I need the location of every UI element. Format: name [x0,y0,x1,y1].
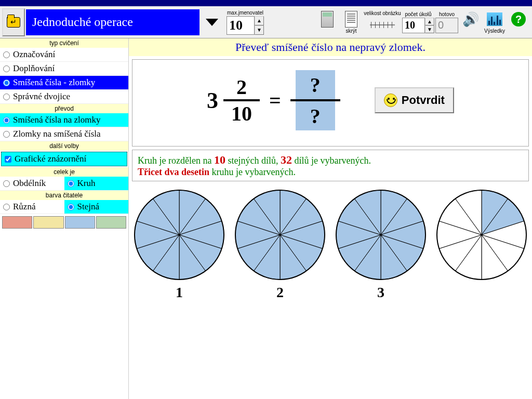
opt-color-diff[interactable]: Různá [0,200,64,214]
chevron-down-icon [206,19,218,26]
answer-numerator-input[interactable]: ? [296,70,335,99]
toolbar: ↵ Jednoduché operace max.jmenovatel ▲ ▼ … [0,6,532,38]
chart-icon [487,12,502,26]
max-denominator-label: max.jmenovatel [227,10,263,16]
opt-whole-circle[interactable]: Kruh [64,177,129,191]
circle-label-2: 2 [276,284,284,301]
opt-mixed-fractions[interactable]: Smíšená čísla - zlomky [0,76,128,90]
opt-marking[interactable]: Označování [0,48,128,62]
task-title: Převeď smíšené číslo na nepravý zlomek. [129,38,532,56]
task-count-input[interactable] [402,18,425,33]
sound-button[interactable]: 🔊 [459,10,482,34]
sidebar: typ cvičení Označování Doplňování Smíšen… [0,38,129,399]
speaker-icon: 🔊 [462,10,479,28]
answer-fraction: ? ? [290,70,340,130]
max-denominator-input[interactable] [227,16,255,35]
results-button[interactable]: Výsledky [483,10,506,34]
help-button[interactable]: ? [507,10,530,34]
task-count-up[interactable]: ▲ [425,18,434,25]
swatch-4[interactable] [96,216,126,229]
whole-is-title: celek je [0,167,128,177]
max-denominator-up[interactable]: ▲ [255,16,264,25]
circle-1: 1 [134,190,224,301]
mixed-number: 3 2 10 [207,75,260,126]
equals-sign: = [269,88,281,113]
document-icon [345,11,357,28]
numerator: 2 [236,75,247,99]
done-label: hotovo [439,11,455,17]
opt-fill[interactable]: Doplňování [0,62,128,76]
swatch-2[interactable] [33,216,63,229]
opt-fraction-to-mixed[interactable]: Zlomky na smíšená čísla [0,127,128,141]
task-count-down[interactable]: ▼ [425,25,434,33]
conversion-title: převod [0,104,128,113]
opt-graphic[interactable]: Grafické znázornění [1,152,127,166]
color-swatches [0,214,128,231]
mode-dropdown-button[interactable] [201,9,223,35]
hide-button[interactable]: skrýt [340,10,363,34]
more-options-title: další volby [0,141,128,151]
image-size-slider[interactable] [370,20,395,30]
calculator-button[interactable] [316,10,339,34]
opt-pairs[interactable]: Správné dvojice [0,90,128,104]
calculator-icon [321,11,334,28]
mode-title: Jednoduché operace [32,15,133,29]
task-count-label: počet úkolů [405,11,431,17]
opt-mixed-to-fraction[interactable]: Smíšená čísla na zlomky [0,113,128,127]
circles-row: 123 [129,181,532,309]
opt-color-same[interactable]: Stejná [64,200,129,214]
circle-label-1: 1 [176,284,183,301]
help-icon: ? [511,12,526,26]
swatch-3[interactable] [65,216,95,229]
max-denominator-down[interactable]: ▼ [255,25,264,35]
answer-denominator-input[interactable]: ? [296,101,335,130]
image-size-label: velikost obrázku [364,10,401,16]
swatch-1[interactable] [2,216,32,229]
explanation: Kruh je rozdělen na 10 stejných dílů, 32… [132,150,529,181]
circle-4 [436,190,527,280]
window-titlebar [0,0,532,6]
equation-area: 3 2 10 = ? ? Potvrdit [132,59,529,147]
smiley-icon [384,94,397,107]
content: Převeď smíšené číslo na nepravý zlomek. … [129,38,532,399]
done-value [435,18,458,33]
mode-selector[interactable]: Jednoduché operace [26,9,200,35]
circle-2: 2 [235,190,325,301]
denominator: 10 [231,101,252,126]
exercise-type-title: typ cvičení [0,38,128,48]
opt-whole-rect[interactable]: Obdélník [0,177,64,191]
folder-up-icon: ↵ [7,17,20,28]
numerator-color-title: barva čitatele [0,191,128,200]
open-folder-button[interactable]: ↵ [2,8,25,36]
circle-label-3: 3 [377,284,384,301]
circle-3: 3 [336,190,426,301]
confirm-button[interactable]: Potvrdit [375,87,454,113]
whole-part: 3 [207,87,218,114]
